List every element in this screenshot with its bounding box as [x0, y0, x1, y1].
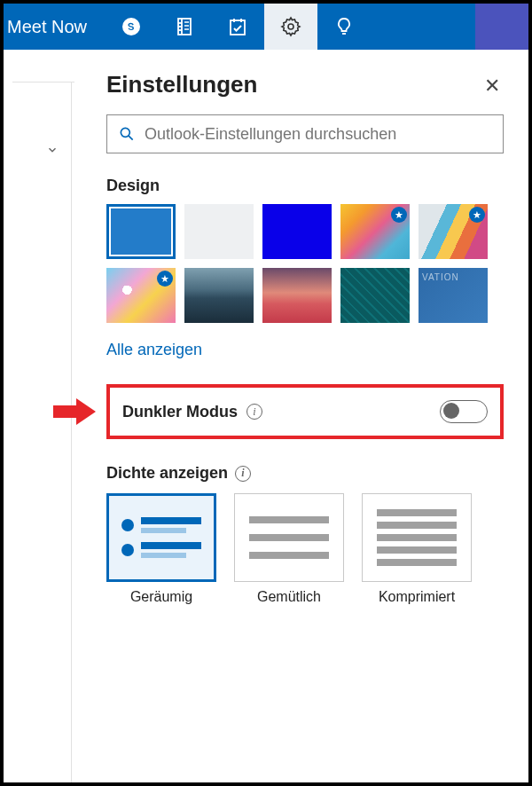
theme-tile-circuit[interactable] [340, 268, 410, 323]
info-icon[interactable]: i [235, 466, 251, 482]
theme-tile-rainbow[interactable] [340, 204, 410, 259]
theme-tile-light[interactable] [184, 204, 254, 259]
density-compact[interactable]: Komprimiert [362, 493, 472, 605]
show-all-link[interactable]: Alle anzeigen [106, 341, 504, 359]
premium-badge-icon [391, 207, 407, 223]
skype-icon[interactable] [105, 4, 158, 50]
search-box[interactable] [106, 114, 504, 153]
density-cozy-label: Gemütlich [257, 589, 321, 605]
theme-tile-sunset[interactable] [262, 268, 332, 323]
settings-panel: ✕ Einstellungen Design [74, 50, 528, 782]
search-icon [118, 125, 136, 143]
top-bar: Meet Now [4, 4, 528, 50]
meet-now-button[interactable]: Meet Now [4, 17, 87, 37]
svg-point-9 [121, 128, 129, 137]
theme-tile-blue[interactable] [262, 204, 332, 259]
notes-icon[interactable] [158, 4, 211, 50]
tips-icon[interactable] [317, 4, 371, 50]
svg-line-10 [129, 136, 133, 140]
density-options: Geräumig Gemütlich Komprimiert [106, 493, 504, 605]
info-icon[interactable]: i [246, 404, 262, 420]
annotation-arrow-icon [53, 400, 98, 423]
svg-point-7 [288, 24, 293, 29]
density-label: Dichte anzeigen i [106, 464, 504, 483]
settings-icon[interactable] [264, 4, 317, 50]
search-input[interactable] [145, 125, 492, 144]
premium-badge-icon [469, 207, 485, 223]
premium-badge-icon [157, 271, 173, 287]
dark-mode-label: Dunkler Modus [122, 403, 238, 421]
density-roomy[interactable]: Geräumig [106, 493, 216, 605]
theme-tile-mountain[interactable] [184, 268, 254, 323]
theme-tile-blueprint[interactable]: VATION [419, 268, 488, 323]
theme-tile-default[interactable] [106, 204, 176, 259]
chevron-down-icon[interactable] [46, 144, 59, 160]
dark-mode-row: Dunkler Modus i [106, 384, 504, 439]
density-compact-label: Komprimiert [379, 589, 455, 605]
density-cozy[interactable]: Gemütlich [234, 493, 344, 605]
panel-title: Einstellungen [106, 71, 504, 98]
theme-grid: VATION [106, 204, 504, 323]
theme-tile-unicorn[interactable] [106, 268, 176, 323]
density-roomy-label: Geräumig [130, 589, 192, 605]
teams-button[interactable] [475, 4, 528, 50]
theme-tile-ribbon[interactable] [419, 204, 488, 259]
dark-mode-toggle[interactable] [440, 400, 488, 423]
close-button[interactable]: ✕ [484, 75, 500, 98]
svg-rect-6 [231, 20, 245, 35]
design-label: Design [106, 177, 504, 195]
todo-icon[interactable] [211, 4, 264, 50]
